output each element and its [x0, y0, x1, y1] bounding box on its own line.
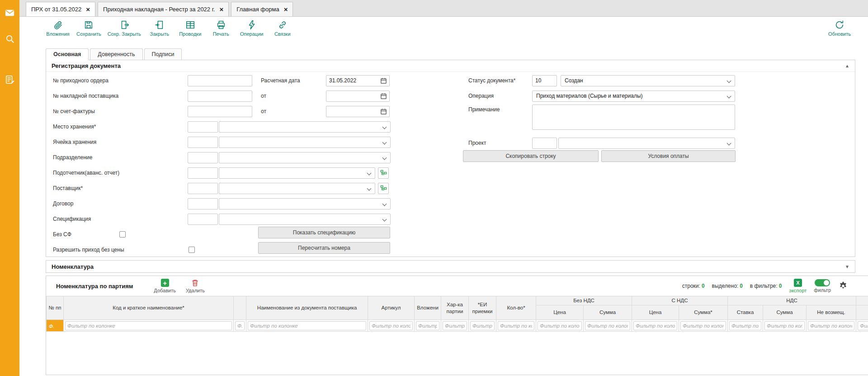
supplier-select[interactable]	[219, 183, 375, 194]
column-filter-input[interactable]	[416, 321, 439, 330]
status-code-input[interactable]	[532, 75, 557, 86]
copy-row-button[interactable]: Скопировать строку	[463, 150, 599, 162]
invoice-no-input[interactable]	[188, 106, 252, 117]
tab-close-icon[interactable]: ×	[86, 6, 90, 13]
tab-close-icon[interactable]: ×	[284, 6, 288, 13]
window-tab-prh[interactable]: ПРХ от 31.05.2022 ×	[26, 2, 95, 16]
grid-settings-button[interactable]	[838, 281, 848, 291]
column-header[interactable]: Цена	[632, 305, 679, 320]
filter-toggle[interactable]: фильтр	[814, 279, 831, 293]
column-filter-input[interactable]	[235, 321, 245, 330]
tab-main[interactable]: Основная	[46, 48, 89, 60]
project-code-input[interactable]	[532, 138, 557, 149]
column-filter-input[interactable]	[680, 321, 726, 330]
column-filter-input[interactable]	[808, 321, 854, 330]
column-filter-input[interactable]	[858, 321, 868, 330]
show-specification-button[interactable]: Показать спецификацию	[258, 227, 390, 238]
mail-icon[interactable]	[5, 7, 15, 18]
no-sf-checkbox[interactable]	[119, 231, 126, 238]
column-filter-input[interactable]	[65, 321, 232, 330]
order-no-input[interactable]	[188, 75, 252, 86]
form-icon[interactable]	[5, 74, 15, 85]
column-filter-input[interactable]	[764, 321, 805, 330]
column-header[interactable]: Код и краткое наименование*	[64, 296, 234, 320]
status-select[interactable]: Создан	[561, 75, 735, 86]
column-filter-input[interactable]	[729, 321, 761, 330]
column-filter-input[interactable]	[585, 321, 630, 330]
column-header[interactable]: Кол-во*	[496, 296, 536, 320]
window-tab-register[interactable]: Приходная накладная - Реестр за 2022 г. …	[98, 2, 229, 16]
grid-empty-body[interactable]	[46, 332, 868, 371]
column-filter-input[interactable]	[443, 321, 467, 330]
column-filter-input[interactable]	[633, 321, 677, 330]
contract-select[interactable]	[219, 198, 391, 209]
operations-button[interactable]: Операции	[240, 20, 264, 37]
window-tab-home[interactable]: Главная форма ×	[231, 2, 293, 16]
column-header[interactable]: № пп	[47, 296, 64, 320]
supplier-tree-button[interactable]	[378, 183, 389, 194]
column-header[interactable]: ЕИ	[856, 305, 868, 320]
accountable-select[interactable]	[219, 167, 375, 179]
calendar-icon[interactable]	[380, 108, 387, 115]
storage-cell-select[interactable]	[219, 137, 391, 148]
tab-close-icon[interactable]: ×	[219, 6, 223, 13]
column-header[interactable]: Артикул	[368, 296, 415, 320]
column-header[interactable]: Наименование из документа поставщика	[246, 296, 368, 320]
supplier-invoice-no-input[interactable]	[188, 90, 252, 102]
collapse-up-icon[interactable]: ▲	[845, 63, 849, 68]
column-filter-input[interactable]	[470, 321, 495, 330]
delete-row-button[interactable]: Удалить	[186, 279, 205, 293]
column-header[interactable]	[234, 296, 246, 320]
accountable-code-input[interactable]	[188, 167, 218, 179]
calendar-icon[interactable]	[380, 93, 387, 100]
recalculate-numbers-button[interactable]: Пересчитать номера	[258, 242, 390, 254]
print-button[interactable]: Печать	[209, 20, 233, 37]
column-filter-input[interactable]	[369, 321, 413, 330]
column-header[interactable]: Сумма	[763, 305, 807, 320]
division-code-input[interactable]	[188, 152, 218, 163]
tab-power-of-attorney[interactable]: Доверенность	[90, 48, 142, 60]
storage-code-input[interactable]	[188, 121, 218, 133]
accountable-tree-button[interactable]	[378, 167, 389, 179]
operation-select[interactable]: Приход материалов (Сырье и материалы)	[532, 90, 735, 102]
column-header[interactable]: Вложени	[415, 296, 441, 320]
column-header[interactable]: Цена	[536, 305, 584, 320]
links-button[interactable]: Связки	[270, 20, 295, 37]
supplier-code-input[interactable]	[188, 183, 218, 194]
specification-code-input[interactable]	[188, 214, 218, 225]
calendar-icon[interactable]	[380, 77, 387, 84]
column-filter-input[interactable]	[248, 321, 366, 330]
note-textarea[interactable]	[532, 105, 735, 130]
column-filter-input[interactable]	[538, 321, 582, 330]
save-close-button[interactable]: Сохр. Закрыть	[108, 20, 141, 37]
export-button[interactable]: X экспорт	[789, 279, 807, 293]
tab-signatures[interactable]: Подписи	[144, 48, 182, 60]
refresh-button[interactable]: Обновить	[827, 20, 852, 37]
search-icon[interactable]	[5, 33, 15, 44]
add-row-button[interactable]: + Добавить	[154, 279, 176, 293]
column-filter-input[interactable]	[498, 321, 534, 330]
column-header[interactable]: Сумма*	[679, 305, 728, 320]
save-button[interactable]: Сохранить	[76, 20, 101, 37]
attachments-button[interactable]: Вложения	[46, 20, 70, 37]
column-header[interactable]: Не возмещ.	[807, 305, 856, 320]
specification-select[interactable]	[219, 214, 391, 225]
project-select[interactable]	[558, 138, 735, 149]
allow-no-price-checkbox[interactable]	[189, 247, 195, 253]
payment-terms-button[interactable]: Условия оплаты	[601, 150, 736, 162]
column-header[interactable]: *ЕИ приемки	[469, 296, 496, 320]
contract-code-input[interactable]	[188, 198, 218, 209]
column-header[interactable]: Сумма	[584, 305, 632, 320]
division-select[interactable]	[219, 152, 391, 163]
filter-cell[interactable]: Ф.	[47, 320, 64, 332]
postings-button[interactable]: Проводки	[178, 20, 203, 37]
registration-section: Регистрация документа ▲ № приходного орд…	[46, 60, 855, 257]
batch-grid-title: Номенклатура по партиям	[56, 283, 133, 290]
column-header[interactable]: Хар-ка партии	[441, 296, 469, 320]
storage-cell-code-input[interactable]	[188, 137, 218, 148]
storage-select[interactable]	[219, 121, 391, 133]
toolbar: Вложения Сохранить Сохр. Закрыть Закрыть…	[19, 17, 868, 45]
column-header[interactable]: Ставка	[728, 305, 763, 320]
collapse-down-icon[interactable]: ▼	[845, 264, 849, 269]
close-button[interactable]: Закрыть	[147, 20, 172, 37]
